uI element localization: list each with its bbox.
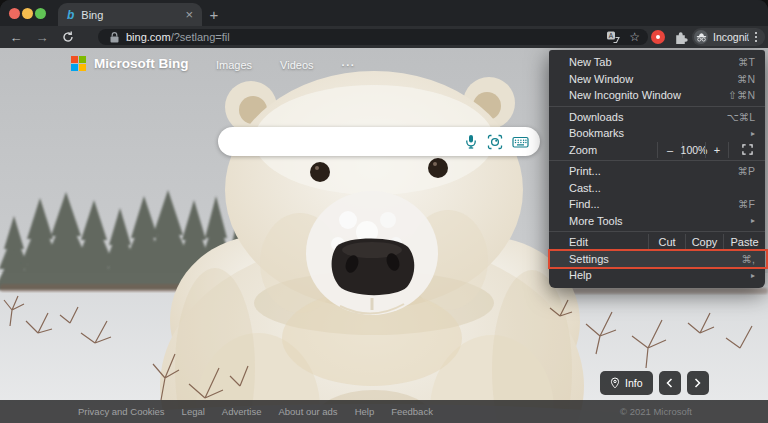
browser-tab[interactable]: b Bing × [58, 3, 202, 26]
edit-cut-button[interactable]: Cut [648, 234, 685, 251]
microsoft-logo-icon [71, 56, 86, 71]
zoom-in-button[interactable]: + [705, 142, 728, 159]
menu-item-zoom: Zoom – 100% + [549, 142, 765, 159]
forward-icon[interactable]: → [34, 29, 50, 45]
zoom-out-button[interactable]: – [657, 142, 682, 159]
edit-copy-button[interactable]: Copy [685, 234, 723, 251]
reload-icon[interactable] [60, 29, 76, 45]
menu-item-print[interactable]: Print...⌘P [549, 163, 765, 180]
chevron-right-icon [694, 378, 701, 388]
bookmark-star-icon[interactable]: ☆ [629, 31, 640, 43]
zoom-value: 100% [682, 142, 705, 159]
edit-paste-button[interactable]: Paste [723, 234, 765, 251]
chrome-menu: New Tab⌘T New Window⌘N New Incognito Win… [549, 50, 765, 288]
bing-logo[interactable]: Microsoft Bing [71, 56, 189, 71]
submenu-arrow-icon: ▸ [751, 129, 755, 138]
copyright-text: © 2021 Microsoft [620, 406, 692, 417]
submenu-arrow-icon: ▸ [751, 216, 755, 225]
menu-item-bookmarks[interactable]: Bookmarks▸ [549, 125, 765, 142]
nav-more-link[interactable]: ··· [342, 59, 356, 71]
menu-item-more-tools[interactable]: More Tools▸ [549, 213, 765, 230]
search-input[interactable] [234, 133, 464, 150]
menu-item-new-incognito-window[interactable]: New Incognito Window⇧⌘N [549, 87, 765, 104]
incognito-icon [694, 30, 708, 44]
tab-strip: b Bing × + [0, 0, 768, 26]
svg-text:A: A [609, 32, 614, 39]
visual-search-icon[interactable] [487, 134, 503, 150]
url-domain: bing.com [126, 31, 171, 43]
footer-link-advertise[interactable]: Advertise [222, 406, 262, 417]
menu-item-settings[interactable]: Settings⌘, [549, 251, 765, 268]
bing-brand-text: Microsoft Bing [94, 56, 189, 71]
menu-kebab-icon[interactable] [748, 29, 764, 45]
chevron-left-icon [666, 378, 673, 388]
footer-link-help[interactable]: Help [355, 406, 375, 417]
footer-link-about-ads[interactable]: About our ads [278, 406, 337, 417]
search-bar [218, 127, 540, 156]
menu-item-cast[interactable]: Cast... [549, 180, 765, 197]
fullscreen-button[interactable] [728, 142, 765, 159]
menu-separator [549, 231, 765, 232]
submenu-arrow-icon: ▸ [751, 271, 755, 280]
bing-nav: Images Videos ··· [216, 59, 356, 71]
new-tab-button[interactable]: + [204, 4, 224, 24]
tab-title: Bing [81, 9, 103, 21]
menu-item-help[interactable]: Help▸ [549, 267, 765, 284]
maximize-window-button[interactable] [35, 8, 46, 19]
red-extension-icon[interactable] [651, 30, 665, 44]
translate-icon[interactable]: A [606, 30, 620, 44]
image-info-controls: Info [600, 371, 709, 395]
zoom-label: Zoom [549, 142, 657, 159]
previous-image-button[interactable] [659, 371, 681, 395]
microphone-icon[interactable] [464, 134, 478, 149]
info-button[interactable]: Info [600, 371, 653, 395]
nav-videos-link[interactable]: Videos [280, 59, 313, 71]
address-bar[interactable]: bing.com/?setlang=fil A ☆ [98, 29, 648, 45]
menu-separator [549, 106, 765, 107]
menu-item-find[interactable]: Find...⌘F [549, 196, 765, 213]
url-text: bing.com/?setlang=fil [126, 31, 230, 43]
url-path: /?setlang=fil [171, 31, 230, 43]
footer-link-legal[interactable]: Legal [182, 406, 205, 417]
menu-item-edit: Edit Cut Copy Paste [549, 234, 765, 251]
keyboard-icon[interactable] [512, 135, 529, 149]
back-icon[interactable]: ← [8, 29, 24, 45]
nav-images-link[interactable]: Images [216, 59, 252, 71]
tab-close-icon[interactable]: × [185, 8, 193, 21]
bing-page: Microsoft Bing Images Videos ··· [0, 48, 768, 423]
toolbar: ← → bing.com/?setlang=fil A ☆ [0, 26, 768, 48]
fullscreen-icon [742, 144, 753, 155]
next-image-button[interactable] [687, 371, 709, 395]
menu-item-downloads[interactable]: Downloads⌥⌘L [549, 109, 765, 126]
info-button-label: Info [625, 377, 643, 389]
menu-separator [549, 160, 765, 161]
menu-item-new-window[interactable]: New Window⌘N [549, 71, 765, 88]
menu-item-new-tab[interactable]: New Tab⌘T [549, 54, 765, 71]
location-pin-icon [610, 377, 620, 389]
close-window-button[interactable] [9, 8, 20, 19]
extensions-puzzle-icon[interactable] [673, 30, 688, 45]
footer-link-privacy[interactable]: Privacy and Cookies [78, 406, 165, 417]
browser-window: b Bing × + ← → bing.com/?setlang=fil A [0, 0, 768, 423]
bing-favicon: b [67, 9, 74, 21]
lock-icon [110, 32, 119, 43]
footer-link-feedback[interactable]: Feedback [391, 406, 433, 417]
minimize-window-button[interactable] [22, 8, 33, 19]
edit-label: Edit [549, 234, 648, 251]
